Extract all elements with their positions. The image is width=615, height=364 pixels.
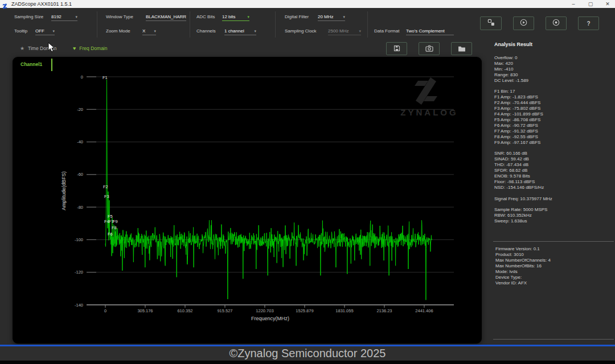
analysis-line: DC Level: -1.589	[494, 78, 614, 84]
save-icon	[393, 44, 400, 54]
channels-select[interactable]: 1 channel ▾	[224, 27, 256, 35]
device-info-line: Product: 3010	[495, 252, 614, 258]
svg-text:305.176: 305.176	[137, 308, 153, 313]
connect-device-button[interactable]	[480, 16, 502, 30]
close-button[interactable]: ✕	[600, 0, 615, 8]
analysis-line: SFDR: 68.62 dB	[494, 168, 614, 173]
analysis-line: Range: 830	[494, 72, 614, 78]
svg-text:1525.879: 1525.879	[296, 308, 313, 313]
toolbar-divider	[97, 11, 97, 38]
device-info-line: Mode: lvds	[495, 269, 614, 275]
maximize-button[interactable]: ▢	[583, 0, 598, 8]
tab-time-domain-label: Time Domain	[28, 46, 56, 51]
device-icon	[487, 18, 495, 28]
tab-freq-domain-label: Freq Domain	[79, 46, 107, 51]
sampling-clock-select[interactable]: 2500 MHz ▾	[328, 27, 361, 35]
sampling-size-label: Sampling Size	[14, 14, 43, 20]
tab-time-domain[interactable]: ★ Time Domain	[20, 46, 56, 51]
svg-text:-20: -20	[77, 107, 83, 112]
tooltip-label: Tooltip	[14, 28, 27, 35]
chevron-down-icon: ▾	[52, 27, 55, 35]
chevron-down-icon: ▾	[343, 13, 345, 20]
data-format-label: Data Format	[374, 28, 399, 35]
bottom-edge-strip	[0, 361, 615, 364]
analysis-line: F7 Amp: -91.32 dBFS	[494, 129, 614, 134]
minimize-button[interactable]: –	[566, 0, 581, 8]
analysis-line: F1 Bin: 17	[494, 89, 614, 94]
analysis-line: Min: -410	[494, 67, 614, 72]
tooltip-value: OFF	[35, 27, 44, 35]
svg-text:915.527: 915.527	[217, 308, 232, 313]
svg-text:Amplitude(dBFS): Amplitude(dBFS)	[61, 171, 67, 210]
toolbar-divider	[367, 11, 368, 38]
peak-label-f6: F6	[108, 231, 113, 237]
help-button[interactable]: ?	[578, 16, 599, 30]
analysis-line: Signal Freq: 10.375977 MHz	[494, 196, 614, 202]
analysis-line: SNR: 60.166 dB	[494, 151, 614, 156]
screenshot-button[interactable]	[419, 42, 440, 55]
analysis-line: F9 Amp: -97.167 dBFS	[494, 140, 614, 146]
svg-text:0: 0	[81, 75, 83, 80]
title-bar: ZADScope AXX0101 1.5.1 – ▢ ✕	[0, 0, 615, 8]
device-info-line: Max NumberOfChannels: 4	[495, 258, 614, 263]
device-info-panel: Firmware Version: 0.1Product: 3010Max Nu…	[493, 241, 614, 340]
tab-freq-domain[interactable]: ♥ Freq Domain	[73, 46, 107, 51]
analysis-line: ENOB: 9.578 Bits	[494, 173, 614, 179]
question-icon: ?	[587, 20, 590, 27]
analysis-line: Overflow: 0	[494, 55, 614, 61]
svg-text:-140: -140	[75, 303, 83, 308]
svg-text:610.352: 610.352	[177, 308, 192, 313]
digital-filter-select[interactable]: 20 MHz ▾	[318, 13, 345, 21]
toolbar-divider	[190, 11, 190, 38]
zoom-mode-label: Zoom Mode	[106, 28, 130, 35]
analysis-line: F5 Amp: -86.708 dBFS	[494, 117, 614, 123]
svg-text:Frequency(MHz): Frequency(MHz)	[251, 316, 289, 321]
window-type-value: BLACKMAN_HARRIS	[146, 13, 186, 20]
channels-value: 1 channel	[224, 27, 244, 35]
device-info-line: Vendor ID: AFX	[495, 280, 614, 286]
window-type-input[interactable]: BLACKMAN_HARRIS	[146, 13, 186, 21]
open-folder-button[interactable]	[451, 42, 472, 55]
device-info-line: Firmware Version: 0.1	[495, 246, 614, 252]
start-capture-button[interactable]	[513, 16, 534, 30]
chevron-down-icon: ▾	[75, 13, 77, 20]
analysis-line: Sample Rate: 5000 MSPS	[494, 207, 614, 213]
analysis-section: Signal Freq: 10.375977 MHz	[494, 196, 614, 202]
svg-text:-100: -100	[75, 237, 83, 242]
record-icon	[552, 18, 560, 28]
data-format-select[interactable]: Two's Complement	[406, 27, 454, 35]
peak-label-f2: F2	[103, 184, 108, 189]
digital-filter-label: Digital Filter	[285, 14, 309, 20]
window-type-label: Window Type	[106, 14, 133, 20]
adc-bits-select[interactable]: 12 bits ▾	[222, 13, 249, 21]
fft-spectrum-plot[interactable]: 0-20-40-60-80-100-120-1400305.176610.352…	[13, 57, 482, 344]
camera-icon	[425, 44, 433, 54]
zoom-mode-value: X	[142, 27, 145, 35]
svg-text:1220.703: 1220.703	[256, 308, 273, 313]
channels-label: Channels	[196, 28, 216, 35]
svg-text:-60: -60	[77, 172, 83, 177]
spectrum-chart-panel[interactable]: Channel1 ZYNALOG 0-20-40-60-80-100-120-1…	[13, 57, 482, 344]
svg-text:-120: -120	[75, 270, 83, 275]
analysis-section: Sample Rate: 5000 MSPSRBW: 610.352kHzSwe…	[494, 207, 614, 224]
chevron-down-icon: ▾	[154, 27, 156, 35]
record-button[interactable]	[546, 16, 567, 30]
toolbar-divider	[275, 11, 276, 38]
sampling-size-select[interactable]: 8192 ▾	[51, 13, 77, 21]
sampling-clock-label: Sampling Clock	[285, 28, 317, 35]
heart-icon: ♥	[73, 46, 76, 51]
tooltip-select[interactable]: OFF ▾	[35, 27, 55, 35]
peak-label-f8: F8	[112, 225, 117, 230]
folder-icon	[458, 44, 466, 54]
peak-label-f5: F5	[108, 214, 113, 219]
analysis-line: THD: -67.434 dB	[494, 162, 614, 168]
chevron-down-icon: ▾	[359, 27, 361, 35]
analysis-section: SNR: 60.166 dBSINAD: 59.42 dBTHD: -67.43…	[494, 151, 614, 191]
svg-text:-80: -80	[77, 205, 83, 210]
peak-label-f1: F1	[102, 75, 108, 80]
device-info-line: Device Type:	[495, 275, 614, 280]
zoom-mode-select[interactable]: X ▾	[142, 27, 156, 35]
analysis-result-title: Analysis Result	[494, 42, 532, 47]
save-data-button[interactable]	[386, 42, 407, 55]
analysis-line: Max: 420	[494, 61, 614, 67]
